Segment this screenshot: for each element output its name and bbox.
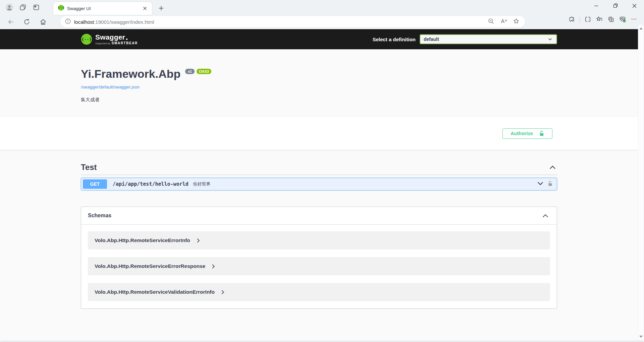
model-remote-service-error-response[interactable]: Volo.Abp.Http.RemoteServiceErrorResponse [88,257,550,275]
profile-avatar[interactable] [3,1,16,14]
opblock-get-hello-world[interactable]: GET /api/app/test/hello-world 你好世界 [81,178,557,190]
svg-text:{··}: {··} [82,37,92,42]
browser-tab[interactable]: {··} Swagger UI [53,2,152,15]
supported-by-label: Supported by [95,42,110,45]
trademark-dot [126,39,127,40]
chevron-down-icon [548,37,552,42]
chevron-right-icon [221,290,224,295]
collections-icon[interactable] [607,16,614,24]
site-info-icon[interactable] [65,18,71,25]
browser-toolbar: localhost:19001/swagger/index.html [0,15,644,29]
schemas-header[interactable]: Schemas [81,207,557,225]
tag-title: Test [81,163,97,172]
model-label: Volo.Abp.Http.RemoteServiceValidationErr… [95,289,215,295]
address-bar[interactable]: localhost:19001/swagger/index.html [60,16,525,27]
window-bottom-edge [0,341,644,342]
chevron-right-icon [197,238,200,243]
settings-more-icon[interactable] [631,16,637,24]
read-aloud-icon[interactable] [500,18,507,26]
collapse-schemas-icon[interactable] [541,212,550,220]
swagger-logo-icon: {··} [81,34,92,45]
favorites-list-icon[interactable] [596,15,603,24]
tab-title: Swagger UI [67,6,141,11]
spec-json-link[interactable]: /swagger/default/swagger.json [81,84,140,90]
collapse-test-icon[interactable] [548,163,557,171]
oas3-badge: OAS3 [197,69,211,74]
refresh-icon[interactable] [20,15,34,28]
svg-text:{··}: {··} [58,6,64,9]
scroll-up-arrow[interactable] [639,27,643,30]
tab-strip: {··} Swagger UI [0,0,644,15]
favorite-star-icon[interactable] [513,18,520,26]
tab-close-icon[interactable] [141,5,149,12]
smartbear-label: SMARTBEAR [112,41,138,45]
url-path: :19001/swagger/index.html [94,19,154,25]
split-screen-icon[interactable] [584,16,591,24]
new-tab-button[interactable] [155,3,167,13]
model-label: Volo.Abp.Http.RemoteServiceErrorResponse [95,263,205,269]
api-info-section: Yi.Framework.Abp v1 OAS3 /swagger/defaul… [81,49,557,102]
operations-section: Test GET /api/app/test/hello-world 你好世界 [81,163,557,309]
operation-path: /api/app/test/hello-world [113,181,189,187]
authorize-button[interactable]: Authorize [502,128,552,139]
api-title: Yi.Framework.Abp [81,67,180,80]
home-icon[interactable] [36,15,50,28]
api-description: 集大成者 [81,97,557,102]
browser-chrome: {··} Swagger UI [0,0,644,29]
model-remote-service-error-info[interactable]: Volo.Abp.Http.RemoteServiceErrorInfo [88,231,550,249]
swagger-brand[interactable]: {··} Swagger Supported by SMARTBEAR [81,34,138,45]
brand-name: Swagger [95,34,125,41]
scroll-down-arrow[interactable] [639,336,643,338]
http-method-badge: GET [83,179,107,189]
url-host: localhost [74,19,94,25]
model-remote-service-validation-error-info[interactable]: Volo.Abp.Http.RemoteServiceValidationErr… [88,283,550,301]
zoom-out-icon[interactable] [488,18,494,26]
browser-essentials-icon[interactable] [619,15,626,24]
operation-summary: 你好世界 [193,181,211,187]
tab-actions-icon[interactable] [30,1,43,14]
favicon-swagger: {··} [58,5,64,12]
chevron-right-icon [212,264,215,269]
back-icon[interactable] [4,15,17,28]
url-text[interactable]: localhost:19001/swagger/index.html [74,19,488,25]
tag-section-test[interactable]: Test [81,163,557,175]
model-label: Volo.Abp.Http.RemoteServiceErrorInfo [95,237,190,243]
scheme-container: Authorize [0,117,638,150]
page-scrollbar[interactable] [638,24,644,341]
expand-operation-icon[interactable] [537,181,543,187]
extensions-icon[interactable] [568,16,575,24]
unlocked-icon [539,130,544,136]
select-definition-label: Select a definition [373,37,416,42]
schemas-panel: Schemas Volo.Abp.Http.RemoteServiceError… [81,207,557,309]
authorize-label: Authorize [511,131,533,136]
version-badge: v1 [185,69,195,74]
swagger-page: Yi.Framework.Abp v1 OAS3 /swagger/defaul… [0,49,638,342]
window-close-button[interactable] [625,0,644,11]
workspaces-icon[interactable] [16,1,30,14]
schemas-title: Schemas [88,213,111,219]
operation-lock-icon[interactable] [548,181,553,188]
toolbar-separator [580,16,580,23]
swagger-topbar: {··} Swagger Supported by SMARTBEAR Sele… [0,29,638,49]
window-minimize-button[interactable] [587,0,606,11]
definition-select[interactable]: default [420,34,557,44]
window-restore-button[interactable] [606,0,625,11]
definition-select-value: default [424,37,439,42]
